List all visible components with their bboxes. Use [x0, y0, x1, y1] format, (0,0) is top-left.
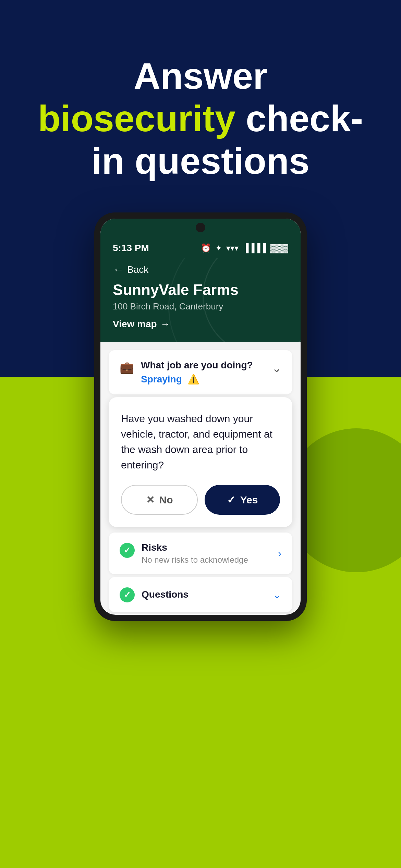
farm-name: SunnyVale Farms: [113, 281, 288, 298]
hero-line2-normal: check-: [246, 98, 363, 139]
briefcase-icon: 💼: [120, 360, 134, 374]
wifi-icon: ▾▾▾: [226, 243, 239, 253]
signal-icon: ▐▐▐▐: [243, 243, 266, 253]
view-map-button[interactable]: View map →: [113, 319, 288, 330]
risks-check-icon: ✓: [124, 546, 131, 555]
no-label: No: [159, 494, 173, 506]
view-map-label: View map: [113, 319, 157, 330]
job-dropdown[interactable]: 💼 What job are you doing? Spraying ⚠️ ⌄: [109, 350, 292, 394]
camera-notch: [196, 223, 205, 232]
alarm-icon: ⏰: [201, 243, 211, 253]
questions-check-icon: ✓: [124, 590, 131, 600]
back-label: Back: [127, 264, 148, 275]
phone-screen: 5:13 PM ⏰ ✦ ▾▾▾ ▐▐▐▐ ▓▓▓ ← Back SunnyVal…: [100, 219, 301, 615]
check-icon: ✓: [227, 494, 235, 506]
phone-frame: 5:13 PM ⏰ ✦ ▾▾▾ ▐▐▐▐ ▓▓▓ ← Back SunnyVal…: [94, 212, 307, 621]
no-button[interactable]: ✕ No: [121, 485, 198, 515]
status-icons: ⏰ ✦ ▾▾▾ ▐▐▐▐ ▓▓▓: [201, 243, 288, 253]
battery-icon: ▓▓▓: [270, 243, 289, 253]
chevron-down2-icon: ⌄: [273, 589, 281, 601]
back-button[interactable]: ← Back: [113, 263, 288, 276]
job-value: Spraying ⚠️: [141, 374, 253, 385]
phone-mockup: 5:13 PM ⏰ ✦ ▾▾▾ ▐▐▐▐ ▓▓▓ ← Back SunnyVal…: [94, 212, 307, 621]
risks-check-circle: ✓: [120, 543, 135, 558]
risks-left: ✓ Risks No new risks to acknowledge: [120, 542, 248, 565]
hero-line3: in questions: [27, 140, 374, 182]
job-info: What job are you doing? Spraying ⚠️: [141, 360, 253, 385]
hero-line1: Answer: [27, 55, 374, 97]
answer-buttons: ✕ No ✓ Yes: [121, 485, 280, 515]
notch-bar: [100, 219, 301, 236]
question-text: Have you washed down your vehicle, tract…: [121, 411, 280, 473]
risks-row[interactable]: ✓ Risks No new risks to acknowledge ›: [109, 533, 292, 574]
job-label: What job are you doing?: [141, 360, 253, 371]
question-card: Have you washed down your vehicle, tract…: [109, 397, 292, 527]
yes-button[interactable]: ✓ Yes: [205, 485, 280, 515]
job-value-text: Spraying: [141, 374, 182, 384]
back-arrow-icon: ←: [113, 263, 124, 276]
status-bar: 5:13 PM ⏰ ✦ ▾▾▾ ▐▐▐▐ ▓▓▓: [100, 236, 301, 258]
job-left: 💼 What job are you doing? Spraying ⚠️: [120, 360, 253, 385]
farm-address: 100 Birch Road, Canterbury: [113, 301, 288, 312]
chevron-down-icon: ⌄: [272, 361, 281, 375]
questions-left: ✓ Questions: [120, 587, 189, 602]
hero-section: Answer biosecurity check- in questions: [0, 55, 401, 183]
bluetooth-icon: ✦: [215, 243, 222, 253]
risks-label: Risks: [142, 542, 248, 553]
arrow-right-icon: →: [160, 319, 170, 330]
questions-check-circle: ✓: [120, 587, 135, 602]
x-icon: ✕: [146, 494, 155, 506]
chevron-right-icon: ›: [278, 548, 281, 559]
risks-info: Risks No new risks to acknowledge: [142, 542, 248, 565]
yes-label: Yes: [240, 494, 258, 506]
questions-row[interactable]: ✓ Questions ⌄: [109, 577, 292, 612]
hero-line2: biosecurity check-: [27, 97, 374, 140]
warning-icon: ⚠️: [187, 374, 199, 384]
app-header: ← Back SunnyVale Farms 100 Birch Road, C…: [100, 258, 301, 342]
hero-highlight: biosecurity: [38, 98, 235, 139]
questions-label: Questions: [142, 589, 189, 600]
hero-title: Answer biosecurity check- in questions: [27, 55, 374, 183]
app-content: 💼 What job are you doing? Spraying ⚠️ ⌄: [100, 350, 301, 612]
status-time: 5:13 PM: [113, 243, 149, 254]
risks-sublabel: No new risks to acknowledge: [142, 555, 248, 565]
